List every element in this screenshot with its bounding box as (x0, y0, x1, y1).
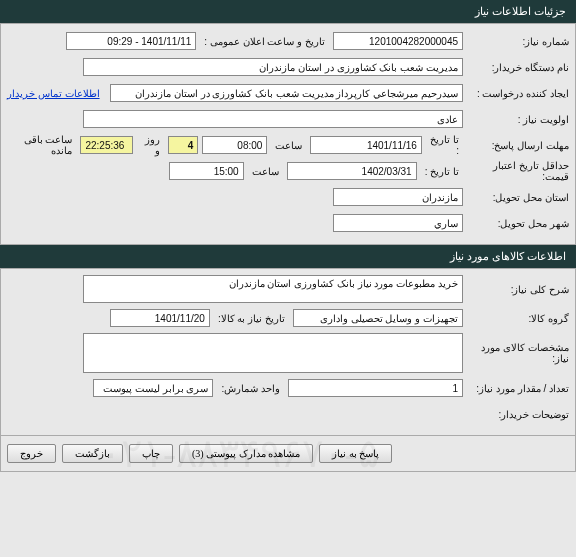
buyer-notes-label: توضیحات خریدار: (467, 409, 569, 420)
footer-bar: خروج بازگشت چاپ مشاهده مدارک پیوستی (3) … (0, 436, 576, 472)
need-date-field: 1401/11/20 (110, 309, 210, 327)
announce-label: تاریخ و ساعت اعلان عمومی : (204, 36, 325, 47)
countdown-field: 22:25:36 (80, 136, 132, 154)
need-date-label: تاریخ نیاز به کالا: (218, 313, 285, 324)
req-number-label: شماره نیاز: (467, 36, 569, 47)
group-field: تجهیزات و وسایل تحصیلی واداری (293, 309, 463, 327)
respond-button[interactable]: پاسخ به نیاز (319, 444, 392, 463)
deadline-time-field: 08:00 (202, 136, 267, 154)
spec-label: مشخصات کالای مورد نیاز: (467, 342, 569, 364)
unit-field: سری برابر لیست پیوست (93, 379, 213, 397)
section-header-goods: اطلاعات کالاهای مورد نیاز (0, 245, 576, 268)
validity-date-field: 1402/03/31 (287, 162, 417, 180)
province-label: استان محل تحویل: (467, 192, 569, 203)
announce-field: 1401/11/11 - 09:29 (66, 32, 196, 50)
print-button[interactable]: چاپ (129, 444, 173, 463)
exit-button[interactable]: خروج (7, 444, 56, 463)
section-header-need: جزئیات اطلاعات نیاز (0, 0, 576, 23)
priority-field: عادی (83, 110, 463, 128)
days-and-label: روز و (141, 134, 160, 156)
creator-label: ایجاد کننده درخواست : (467, 88, 569, 99)
deadline-time-label: ساعت (275, 140, 302, 151)
need-desc-label: شرح کلی نیاز: (467, 284, 569, 295)
city-field: ساري (333, 214, 463, 232)
priority-label: اولویت نیاز : (467, 114, 569, 125)
need-details-panel: شماره نیاز: 1201004282000045 تاریخ و ساع… (0, 23, 576, 245)
days-remaining: 4 (168, 136, 198, 154)
validity-to-label: تا تاریخ : (425, 166, 459, 177)
back-button[interactable]: بازگشت (62, 444, 123, 463)
remaining-label: ساعت باقی مانده (11, 134, 72, 156)
city-label: شهر محل تحویل: (467, 218, 569, 229)
need-desc-field: خرید مطبوعات مورد نیاز بانک کشاورزی استا… (83, 275, 463, 303)
unit-label: واحد شمارش: (221, 383, 280, 394)
deadline-date-field: 1401/11/16 (310, 136, 422, 154)
validity-label: حداقل تاریخ اعتبار قیمت: (467, 160, 569, 182)
creator-field: سيدرحيم ميرشجاعي كارپرداز مدیریت شعب بان… (110, 84, 463, 102)
qty-label: تعداد / مقدار مورد نیاز: (467, 383, 569, 394)
buyer-contact-link[interactable]: اطلاعات تماس خریدار (7, 88, 100, 99)
qty-field: 1 (288, 379, 463, 397)
spec-field (83, 333, 463, 373)
group-label: گروه کالا: (467, 313, 569, 324)
buyer-label: نام دستگاه خریدار: (467, 62, 569, 73)
validity-time-label: ساعت (252, 166, 279, 177)
validity-time-field: 15:00 (169, 162, 244, 180)
buyer-field: مدیریت شعب بانک کشاورزی در استان مازندرا… (83, 58, 463, 76)
req-number-field: 1201004282000045 (333, 32, 463, 50)
deadline-to-label: تا تاریخ : (430, 134, 459, 156)
attachments-button[interactable]: مشاهده مدارک پیوستی (3) (179, 444, 313, 463)
goods-details-panel: شرح کلی نیاز: خرید مطبوعات مورد نیاز بان… (0, 268, 576, 436)
province-field: مازندران (333, 188, 463, 206)
deadline-label: مهلت ارسال پاسخ: (467, 140, 569, 151)
